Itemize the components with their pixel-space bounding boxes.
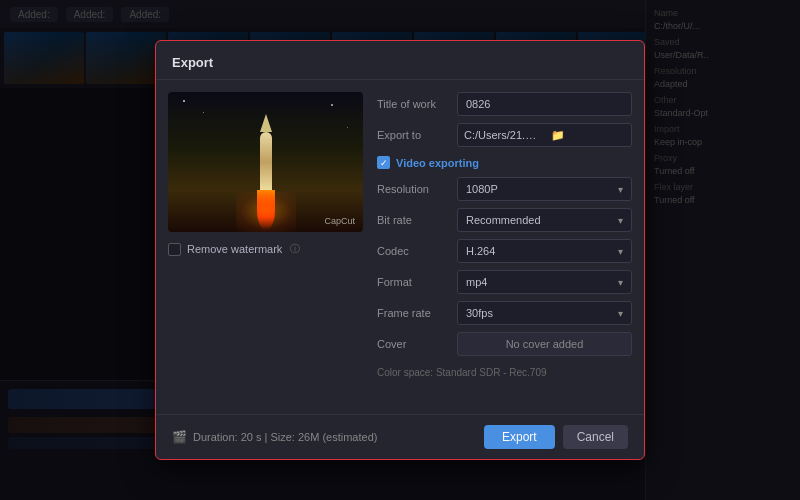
cover-label: Cover: [377, 338, 457, 350]
format-label: Format: [377, 276, 457, 288]
color-space-row: Color space: Standard SDR - Rec.709: [377, 367, 632, 378]
resolution-select[interactable]: 1080P ▾: [457, 177, 632, 201]
cover-button[interactable]: No cover added: [457, 332, 632, 356]
footer-info: 🎬 Duration: 20 s | Size: 26M (estimated): [172, 430, 377, 444]
codec-arrow-icon: ▾: [618, 246, 623, 257]
bitrate-arrow-icon: ▾: [618, 215, 623, 226]
title-of-work-label: Title of work: [377, 98, 457, 110]
format-row: Format mp4 ▾: [377, 270, 632, 294]
framerate-label: Frame rate: [377, 307, 457, 319]
star-3: [331, 104, 333, 106]
watermark-info-icon: ⓘ: [290, 242, 300, 256]
footer-actions: Export Cancel: [484, 425, 628, 449]
folder-icon[interactable]: 📁: [545, 129, 632, 142]
codec-row: Codec H.264 ▾: [377, 239, 632, 263]
export-button[interactable]: Export: [484, 425, 555, 449]
bitrate-value: Recommended: [466, 214, 541, 226]
format-value: mp4: [466, 276, 487, 288]
title-of-work-row: Title of work: [377, 92, 632, 116]
dialog-footer: 🎬 Duration: 20 s | Size: 26M (estimated)…: [156, 414, 644, 459]
format-select[interactable]: mp4 ▾: [457, 270, 632, 294]
footer-duration-text: Duration: 20 s | Size: 26M (estimated): [193, 431, 377, 443]
film-icon: 🎬: [172, 430, 187, 444]
rocket-glow: [236, 192, 296, 232]
framerate-value: 30fps: [466, 307, 493, 319]
resolution-value: 1080P: [466, 183, 498, 195]
export-to-label: Export to: [377, 129, 457, 141]
video-exporting-title-row: Video exporting: [377, 156, 632, 169]
settings-section: Title of work Export to C:/Users/21...os…: [377, 92, 632, 402]
format-arrow-icon: ▾: [618, 277, 623, 288]
resolution-arrow-icon: ▾: [618, 184, 623, 195]
rocket-tip: [260, 114, 272, 132]
bitrate-row: Bit rate Recommended ▾: [377, 208, 632, 232]
remove-watermark-label: Remove watermark: [187, 243, 282, 255]
export-to-value: C:/Users/21...os/0826.mp4: [458, 129, 545, 141]
cancel-button[interactable]: Cancel: [563, 425, 628, 449]
video-exporting-checkbox[interactable]: [377, 156, 390, 169]
dialog-header: Export: [156, 41, 644, 80]
codec-label: Codec: [377, 245, 457, 257]
codec-select[interactable]: H.264 ▾: [457, 239, 632, 263]
color-space-prefix: Color space:: [377, 367, 433, 378]
color-space-value: Standard SDR - Rec.709: [436, 367, 547, 378]
color-space-label: Color space: Standard SDR - Rec.709: [377, 367, 547, 378]
framerate-arrow-icon: ▾: [618, 308, 623, 319]
modal-overlay: Export CapCu: [0, 0, 800, 500]
rocket-body: [260, 132, 272, 192]
preview-section: CapCut Remove watermark ⓘ: [168, 92, 363, 402]
dialog-title: Export: [172, 55, 213, 70]
export-to-field: C:/Users/21...os/0826.mp4 📁: [457, 123, 632, 147]
watermark-check-row: Remove watermark ⓘ: [168, 242, 363, 256]
dialog-body: CapCut Remove watermark ⓘ Title of work …: [156, 80, 644, 414]
remove-watermark-checkbox[interactable]: [168, 243, 181, 256]
preview-video: CapCut: [168, 92, 363, 232]
export-dialog: Export CapCu: [155, 40, 645, 460]
video-exporting-label: Video exporting: [396, 157, 479, 169]
preview-watermark: CapCut: [324, 216, 355, 226]
star-1: [183, 100, 185, 102]
codec-value: H.264: [466, 245, 495, 257]
framerate-select[interactable]: 30fps ▾: [457, 301, 632, 325]
resolution-row: Resolution 1080P ▾: [377, 177, 632, 201]
cover-row: Cover No cover added: [377, 332, 632, 356]
star-2: [203, 112, 204, 113]
framerate-row: Frame rate 30fps ▾: [377, 301, 632, 325]
export-to-row: Export to C:/Users/21...os/0826.mp4 📁: [377, 123, 632, 147]
resolution-label: Resolution: [377, 183, 457, 195]
bitrate-label: Bit rate: [377, 214, 457, 226]
bitrate-select[interactable]: Recommended ▾: [457, 208, 632, 232]
title-of-work-input[interactable]: [457, 92, 632, 116]
star-4: [347, 127, 348, 128]
